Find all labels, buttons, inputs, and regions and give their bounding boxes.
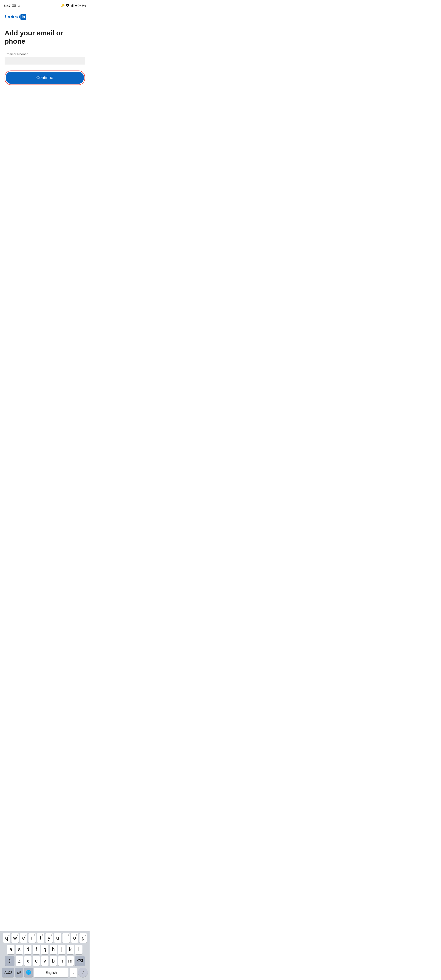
key-b[interactable]: b — [49, 956, 57, 966]
key-g[interactable]: g — [41, 945, 48, 954]
email-label: Email or Phone* — [5, 52, 85, 56]
svg-rect-1 — [72, 5, 72, 7]
key-space[interactable]: English — [34, 967, 68, 977]
keyboard-row-3: ⇧ z x c v b n m ⌫ — [1, 956, 89, 966]
key-h[interactable]: h — [49, 945, 57, 954]
key-enter[interactable]: ✓ — [78, 967, 88, 977]
key-globe[interactable]: 🌐 — [24, 967, 33, 977]
key-symbols[interactable]: ?123 — [2, 967, 14, 977]
keyboard-row-2: a s d f g h j k l — [1, 945, 89, 954]
continue-button-wrapper: Continue — [5, 70, 85, 85]
key-dot[interactable]: . — [70, 967, 77, 977]
status-time: 5:47 — [4, 4, 11, 8]
linkedin-box: in — [21, 14, 26, 20]
battery-icon — [75, 4, 80, 7]
enter-checkmark: ✓ — [81, 970, 85, 975]
wifi-status-icon — [66, 4, 69, 7]
email-form-group: Email or Phone* — [5, 52, 85, 65]
key-m[interactable]: m — [67, 956, 74, 966]
content-spacer — [0, 89, 89, 159]
key-x[interactable]: x — [24, 956, 32, 966]
key-r[interactable]: 4r — [29, 933, 36, 943]
key-w[interactable]: 2w — [11, 933, 19, 943]
key-c[interactable]: c — [33, 956, 40, 966]
key-status-icon: 🔑 — [61, 4, 65, 7]
key-e[interactable]: 3e — [20, 933, 27, 943]
key-n[interactable]: n — [58, 956, 65, 966]
status-bar-left: 5:47 ⌨ ⊙ — [4, 4, 20, 8]
keyboard: 1q 2w 3e 4r 5t 6y 7u 8i 9o 0p a s — [0, 931, 89, 980]
key-k[interactable]: k — [67, 945, 74, 954]
key-l[interactable]: l — [75, 945, 83, 954]
svg-rect-6 — [79, 5, 80, 6]
key-t[interactable]: 5t — [37, 933, 45, 943]
battery-status: 47% — [75, 4, 86, 7]
key-a[interactable]: a — [7, 945, 14, 954]
svg-rect-5 — [75, 5, 77, 6]
status-bar: 5:47 ⌨ ⊙ 🔑 47% — [0, 0, 89, 10]
key-u[interactable]: 7u — [54, 933, 61, 943]
continue-button[interactable]: Continue — [6, 72, 84, 84]
keyboard-status-icon: ⌨ — [12, 4, 16, 7]
linkedin-text: Linkedin — [5, 14, 26, 20]
email-input-wrapper — [5, 57, 85, 65]
page-title: Add your email or phone — [5, 29, 85, 46]
signal-status-icon — [70, 4, 74, 7]
key-o[interactable]: 9o — [71, 933, 78, 943]
keyboard-row-1: 1q 2w 3e 4r 5t 6y 7u 8i 9o 0p — [1, 933, 89, 943]
svg-rect-3 — [73, 4, 73, 7]
status-bar-right: 🔑 47% — [61, 4, 86, 7]
svg-rect-0 — [71, 6, 71, 7]
key-q[interactable]: 1q — [3, 933, 10, 943]
key-v[interactable]: v — [41, 956, 48, 966]
key-y[interactable]: 6y — [46, 933, 53, 943]
key-s[interactable]: s — [16, 945, 23, 954]
main-content: Add your email or phone Email or Phone* … — [0, 22, 89, 89]
key-d[interactable]: d — [24, 945, 32, 954]
email-input[interactable] — [5, 57, 85, 65]
key-j[interactable]: j — [58, 945, 65, 954]
key-p[interactable]: 0p — [80, 933, 87, 943]
linkedin-logo: Linkedin — [0, 10, 89, 22]
key-f[interactable]: f — [33, 945, 40, 954]
svg-rect-2 — [72, 4, 73, 7]
keyboard-bottom-row: ?123 @ 🌐 English . ✓ — [1, 967, 89, 977]
camera-status-icon: ⊙ — [18, 4, 20, 7]
key-i[interactable]: 8i — [62, 933, 70, 943]
key-backspace[interactable]: ⌫ — [75, 956, 85, 966]
key-shift[interactable]: ⇧ — [5, 956, 14, 966]
key-z[interactable]: z — [16, 956, 23, 966]
key-at[interactable]: @ — [15, 967, 23, 977]
